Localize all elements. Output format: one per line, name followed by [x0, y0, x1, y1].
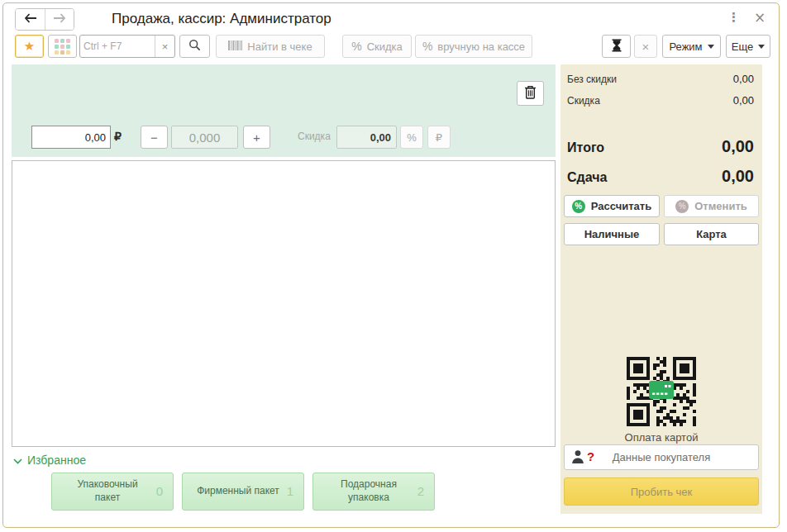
back-arrow-icon — [24, 13, 37, 26]
percent-circle-icon: % — [675, 200, 689, 213]
plus-icon: + — [253, 131, 260, 145]
favorite-item-label: Упаковочный пакет — [64, 478, 151, 504]
submit-receipt-label: Пробить чек — [631, 486, 693, 498]
favorite-item-label: Фирменный пакет — [197, 485, 279, 498]
history-nav — [15, 8, 74, 31]
change-row: Сдача 0,00 — [567, 167, 754, 186]
trash-icon — [524, 85, 537, 102]
search-button[interactable] — [179, 35, 210, 58]
forward-button[interactable] — [45, 9, 74, 30]
search-input[interactable] — [80, 40, 155, 52]
page-title: Продажа, кассир: Администратор — [112, 11, 331, 27]
minus-icon: − — [150, 131, 158, 145]
delete-line-button[interactable] — [517, 81, 544, 106]
favorite-item-label: Подарочная упаковка — [325, 478, 413, 504]
grid-dots-icon — [55, 39, 70, 55]
favorite-item-button[interactable]: Фирменный пакет 1 — [182, 473, 304, 511]
quantity-decrease-button[interactable]: − — [141, 126, 168, 149]
postpone-receipt-button[interactable] — [602, 35, 631, 58]
bank-card-icon — [649, 381, 674, 402]
catalog-grid-button[interactable] — [48, 35, 77, 58]
discount-total-value: 0,00 — [733, 94, 754, 107]
calculate-label: Рассчитать — [591, 200, 651, 212]
price-input[interactable] — [31, 126, 111, 149]
quantity-display: 0,000 — [171, 126, 238, 149]
favorite-item-count: 1 — [287, 483, 293, 500]
kebab-icon: ⋮ — [727, 10, 740, 25]
close-icon: × — [754, 9, 766, 26]
favorite-item-button[interactable]: Подарочная упаковка 2 — [312, 473, 435, 511]
change-label: Сдача — [567, 170, 607, 185]
total-row: Итого 0,00 — [567, 137, 754, 156]
customer-data-label: Данные покупателя — [565, 451, 758, 463]
caret-down-icon — [708, 45, 714, 52]
receipt-items-list[interactable] — [12, 160, 556, 447]
favorite-item-count: 0 — [156, 483, 163, 500]
current-item-panel: ₽ − 0,000 + Скидка 0,00 % ₽ — [12, 64, 556, 157]
star-icon: ★ — [24, 39, 35, 54]
cancel-label: Отменить — [694, 200, 747, 212]
card-payment-button[interactable]: Карта — [664, 223, 759, 245]
search-clear-button[interactable]: × — [155, 36, 174, 57]
hourglass-icon — [611, 39, 622, 55]
payment-qr-code — [627, 357, 696, 426]
mode-label: Режим — [669, 40, 702, 53]
total-label: Итого — [567, 140, 604, 155]
qr-caption: Оплата картой — [560, 431, 762, 444]
favorites-header-label: Избранное — [27, 454, 86, 467]
pos-window: Продажа, кассир: Администратор ⋮ × ★ × Н… — [2, 2, 780, 528]
cash-label: Наличные — [584, 228, 640, 240]
barcode-icon — [228, 40, 242, 53]
manual-discount-label: вручную на кассе — [437, 40, 525, 53]
payment-summary-panel: Без скидки 0,00 Скидка 0,00 Итого 0,00 С… — [560, 64, 762, 514]
magnifier-icon — [188, 39, 201, 54]
change-value: 0,00 — [722, 167, 754, 186]
percent-icon: % — [351, 40, 361, 53]
customer-data-button[interactable]: ? Данные покупателя — [564, 444, 759, 470]
mode-menu-button[interactable]: Режим — [662, 35, 721, 58]
calculate-button[interactable]: % Рассчитать — [564, 195, 660, 217]
favorite-item-count: 2 — [417, 483, 424, 500]
percent-circle-icon: % — [572, 200, 585, 213]
cancel-discount-button[interactable]: % Отменить — [664, 195, 759, 217]
summary-row: Скидка 0,00 — [567, 94, 754, 107]
more-menu-button[interactable]: Еще — [726, 35, 770, 58]
find-in-receipt-button[interactable]: Найти в чеке — [216, 35, 325, 58]
cancel-x-icon: × — [642, 40, 650, 54]
item-discount-value: 0,00 — [336, 126, 397, 149]
percent-icon: % — [422, 40, 432, 53]
search-box: × — [79, 35, 175, 58]
line-discount-label: Скидка — [367, 40, 403, 53]
clear-icon: × — [162, 40, 169, 53]
line-discount-button[interactable]: % Скидка — [342, 35, 412, 58]
quantity-increase-button[interactable]: + — [243, 126, 270, 149]
caret-down-icon — [758, 45, 765, 52]
item-discount-label: Скидка — [298, 131, 331, 142]
favorite-item-button[interactable]: Упаковочный пакет 0 — [51, 473, 174, 511]
discount-percent-button[interactable]: % — [400, 126, 423, 149]
card-label: Карта — [696, 228, 727, 240]
cancel-receipt-button[interactable]: × — [634, 35, 657, 58]
manual-discount-button[interactable]: % вручную на кассе — [415, 35, 532, 58]
currency-label: ₽ — [114, 130, 122, 143]
chevron-down-icon — [13, 454, 22, 467]
close-button[interactable]: × — [754, 9, 766, 26]
discount-ruble-button[interactable]: ₽ — [427, 126, 451, 149]
cash-payment-button[interactable]: Наличные — [564, 223, 660, 245]
kebab-menu-button[interactable]: ⋮ — [727, 10, 740, 25]
total-value: 0,00 — [722, 137, 754, 156]
find-in-receipt-label: Найти в чеке — [247, 40, 312, 53]
no-discount-value: 0,00 — [733, 73, 754, 85]
favorites-section-toggle[interactable]: Избранное — [13, 454, 86, 467]
submit-receipt-button[interactable]: Пробить чек — [564, 477, 759, 506]
discount-total-label: Скидка — [567, 95, 600, 107]
no-discount-label: Без скидки — [567, 74, 617, 85]
more-label: Еще — [732, 40, 753, 53]
favorites-filter-button[interactable]: ★ — [15, 35, 44, 58]
back-button[interactable] — [16, 9, 45, 30]
summary-row: Без скидки 0,00 — [567, 73, 754, 85]
ruble-icon: ₽ — [436, 131, 442, 144]
forward-arrow-icon — [53, 13, 66, 26]
percent-icon: % — [407, 131, 417, 144]
